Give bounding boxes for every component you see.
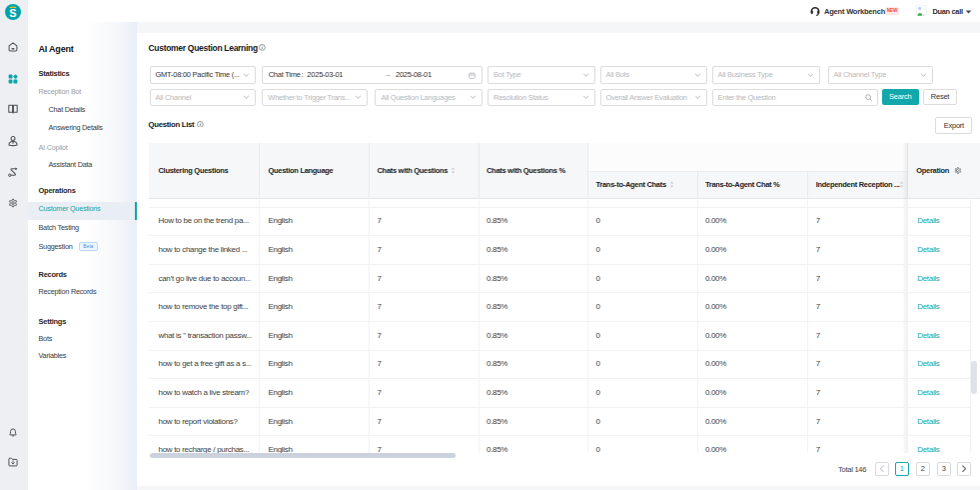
svg-text:S: S xyxy=(9,7,16,19)
